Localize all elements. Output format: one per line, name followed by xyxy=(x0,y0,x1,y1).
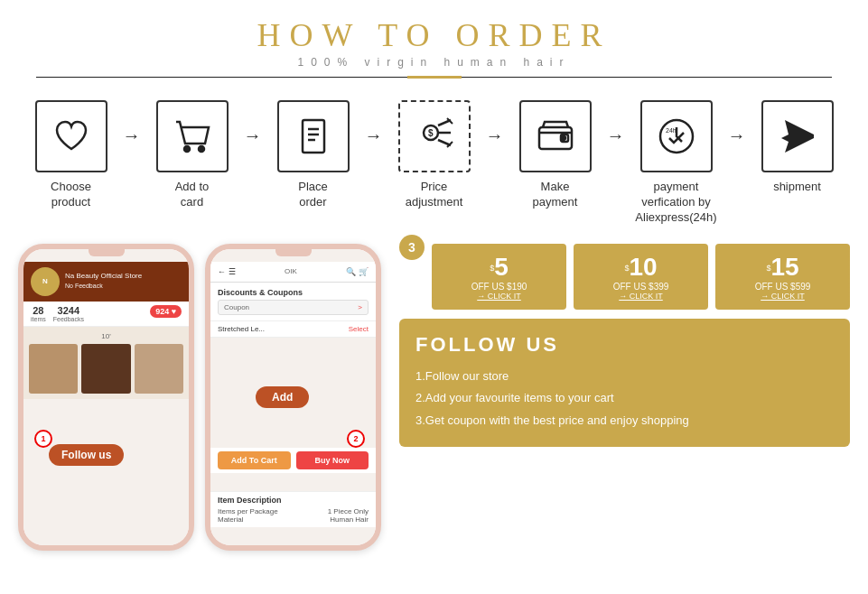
header-divider xyxy=(36,76,832,79)
svg-text:$: $ xyxy=(428,128,434,138)
coupon2-click[interactable]: → CLICK IT xyxy=(583,292,699,301)
follow-item-3: 3.Get coupon with the best price and enj… xyxy=(415,410,834,432)
coupon2-off: OFF US $399 xyxy=(583,282,699,292)
phone1-products: 10' xyxy=(23,327,189,399)
phone2-item-desc-title: Item Description xyxy=(218,496,369,505)
arrow-2: → xyxy=(244,100,262,146)
phone2-add-to-cart-btn[interactable]: Add To Cart xyxy=(218,451,291,469)
dollar-scissors-icon: $ xyxy=(413,115,456,158)
coupon3-super: $15 xyxy=(724,253,841,282)
add-to-card-icon-box xyxy=(156,100,229,172)
phone1-step-circle: 1 xyxy=(34,430,52,448)
choose-product-icon-box xyxy=(35,100,107,172)
phone2-notch xyxy=(275,249,312,256)
divider-right xyxy=(462,77,833,78)
follow-title: FOLLOW US xyxy=(415,333,834,357)
step-place-order: Placeorder xyxy=(264,100,363,210)
phone1-logo: N xyxy=(31,267,60,296)
phone1-follow-badge: Follow us xyxy=(49,444,124,466)
step-payment-verification: 24h paymentverfication byAliexpress(24h) xyxy=(627,100,726,226)
clock-check-icon: 24h xyxy=(655,115,698,158)
right-panel: 3 $5 OFF US $190 → CLICK IT $10 OFF US $… xyxy=(399,244,850,551)
arrow-3: → xyxy=(365,100,383,146)
arrow-5: → xyxy=(607,100,625,146)
follow-box: FOLLOW US 1.Follow our store 2.Add your … xyxy=(399,319,850,447)
follow-item-2: 2.Add your favourite items to your cart xyxy=(415,387,834,410)
phone1-mockup: N Na Beauty Official StoreNo Feedback 28… xyxy=(18,244,194,551)
step-make-payment-label: Makepayment xyxy=(533,180,578,210)
phone1-stat-items: 28items xyxy=(31,305,46,322)
svg-rect-2 xyxy=(303,120,324,153)
step-make-payment: Makepayment xyxy=(506,100,605,210)
make-payment-icon-box xyxy=(519,100,592,172)
header: HOW TO ORDER 100% virgin human hair xyxy=(0,0,868,84)
svg-point-0 xyxy=(184,146,190,152)
phone2-buy-now-btn[interactable]: Buy Now xyxy=(296,451,369,469)
phone2-back: ← ☰ xyxy=(218,267,236,276)
heart-icon xyxy=(50,115,93,158)
cart-icon xyxy=(171,115,214,158)
bottom-section: N Na Beauty Official StoreNo Feedback 28… xyxy=(0,235,868,560)
shipment-icon-box xyxy=(761,100,834,172)
step-add-to-card-label: Add tocard xyxy=(175,180,210,210)
coupon-card-3[interactable]: $15 OFF US $599 → CLICK IT xyxy=(715,244,850,310)
page-wrapper: HOW TO ORDER 100% virgin human hair Choo… xyxy=(0,0,868,560)
phone2-icons: 🔍 🛒 xyxy=(346,267,369,276)
divider-accent xyxy=(407,76,462,79)
coupon-card-2[interactable]: $10 OFF US $399 → CLICK IT xyxy=(574,244,708,310)
phone1-screen: N Na Beauty Official StoreNo Feedback 28… xyxy=(23,249,189,545)
document-icon xyxy=(292,115,335,158)
divider-left xyxy=(36,77,407,78)
follow-list: 1.Follow our store 2.Add your favourite … xyxy=(415,366,834,432)
phone2-title: OIK xyxy=(285,267,297,275)
step-choose-product: Chooseproduct xyxy=(22,100,121,210)
steps-row: Chooseproduct → Add tocard → xyxy=(0,84,868,235)
arrow-6: → xyxy=(728,100,746,146)
coupon-row: 3 $5 OFF US $190 → CLICK IT $10 OFF US $… xyxy=(399,244,850,310)
phone2-add-badge: Add xyxy=(256,386,309,408)
coupon1-super: $5 xyxy=(441,253,557,282)
coupon-card-1[interactable]: $5 OFF US $190 → CLICK IT xyxy=(432,244,566,310)
arrow-4: → xyxy=(486,100,504,146)
phone2-items-per-package: Items per Package1 Piece Only xyxy=(218,507,369,515)
svg-point-13 xyxy=(562,136,565,140)
subtitle: 100% virgin human hair xyxy=(0,56,868,69)
phone2-coupon-label: Coupon xyxy=(224,303,249,311)
step-price-adjustment-label: Priceadjustment xyxy=(406,180,463,210)
coupon1-off: OFF US $190 xyxy=(441,282,557,292)
coupon1-click[interactable]: → CLICK IT xyxy=(441,292,557,301)
coupon2-super: $10 xyxy=(583,253,699,282)
phone1-notch xyxy=(89,249,125,256)
step-add-to-card: Add tocard xyxy=(143,100,242,210)
step-place-order-label: Placeorder xyxy=(298,180,328,210)
step-shipment-label: shipment xyxy=(773,180,821,195)
phone1-store-name: Na Beauty Official StoreNo Feedback xyxy=(65,272,142,291)
svg-text:24h: 24h xyxy=(666,127,677,134)
phone2-discounts-title: Discounts & Coupons xyxy=(218,288,369,297)
phones-area: N Na Beauty Official StoreNo Feedback 28… xyxy=(18,244,381,551)
phone2-mockup: ← ☰ OIK 🔍 🛒 Discounts & Coupons Coupon > xyxy=(205,244,381,551)
wallet-icon xyxy=(534,115,577,158)
phone1-stat-extra: 924 ♥ xyxy=(150,305,182,322)
svg-point-1 xyxy=(199,146,204,152)
phone2-stretched: Stretched Le... Select xyxy=(210,321,376,338)
step-choose-product-label: Chooseproduct xyxy=(51,180,91,210)
phone2-step-circle: 2 xyxy=(347,430,365,448)
arrow-1: → xyxy=(123,100,141,146)
step3-badge: 3 xyxy=(399,235,425,260)
follow-item-1: 1.Follow our store xyxy=(415,366,834,388)
svg-rect-11 xyxy=(539,127,572,149)
airplane-icon xyxy=(776,115,819,158)
coupon3-click[interactable]: → CLICK IT xyxy=(724,292,841,301)
coupon3-off: OFF US $599 xyxy=(724,282,841,292)
price-adjustment-icon-box: $ xyxy=(398,100,471,172)
place-order-icon-box xyxy=(277,100,350,172)
step-price-adjustment: $ Priceadjustment xyxy=(385,100,484,210)
step-shipment: shipment xyxy=(748,100,847,195)
phone2-coupon-arrow: > xyxy=(358,303,362,311)
phone1-stat-feedbacks: 3244Feedbacks xyxy=(53,305,84,322)
phone2-material: MaterialHuman Hair xyxy=(218,515,369,524)
payment-verification-icon-box: 24h xyxy=(640,100,713,172)
main-title: HOW TO ORDER xyxy=(0,16,868,54)
phone2-screen: ← ☰ OIK 🔍 🛒 Discounts & Coupons Coupon > xyxy=(210,249,376,545)
